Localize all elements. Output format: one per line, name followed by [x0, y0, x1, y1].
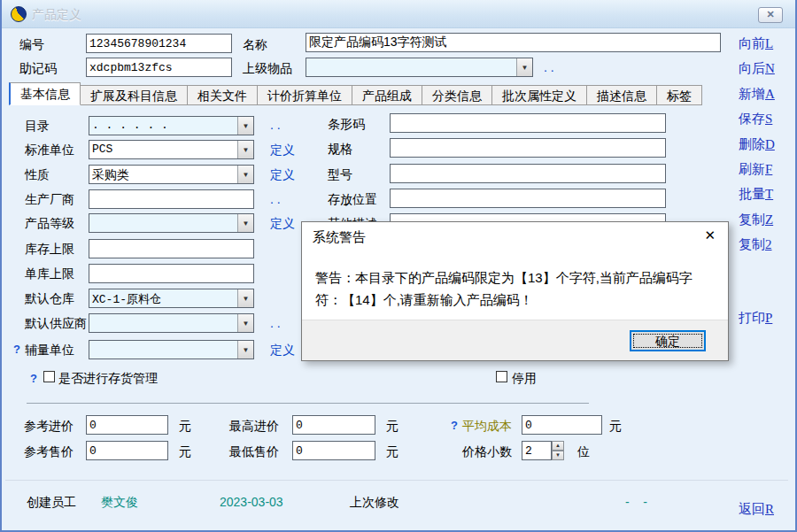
- created-by-value: 樊文俊: [101, 495, 138, 511]
- copy2-button[interactable]: 复制2: [739, 236, 790, 253]
- save-button[interactable]: 保存S: [739, 111, 790, 127]
- tab-related-files[interactable]: 相关文件: [188, 85, 258, 105]
- default-supplier-label: 默认供应商: [25, 316, 87, 332]
- chevron-down-icon[interactable]: ▼: [237, 117, 253, 135]
- manufacturer-input[interactable]: [89, 189, 254, 209]
- avg-cost-label: 平均成本: [462, 419, 512, 435]
- nature-label: 性质: [25, 167, 50, 183]
- batch-button[interactable]: 批量T: [739, 186, 790, 203]
- min-sale-price-input[interactable]: [292, 441, 375, 460]
- mnemonic-input[interactable]: [86, 58, 232, 77]
- code-input[interactable]: [86, 34, 232, 53]
- single-warehouse-limit-input[interactable]: [89, 264, 254, 283]
- chevron-down-icon[interactable]: ▼: [237, 341, 253, 359]
- chevron-down-icon[interactable]: ▼: [516, 58, 532, 76]
- manufacturer-label: 生产厂商: [25, 192, 74, 208]
- delete-button[interactable]: 删除D: [739, 136, 790, 153]
- chevron-down-icon[interactable]: ▼: [237, 214, 253, 232]
- created-by-label: 创建员工: [27, 495, 76, 511]
- dialog-message: 警告：本目录下的产品编码限定为【13】个字符,当前产品编码字符：【14】个,请重…: [315, 266, 716, 311]
- copy-button[interactable]: 复制Z: [739, 212, 790, 228]
- tab-pricing-unit[interactable]: 计价折算单位: [258, 85, 352, 105]
- stock-upper-limit-input[interactable]: [89, 239, 254, 258]
- add-button[interactable]: 新增A: [739, 86, 790, 103]
- aux-unit-define-link[interactable]: 定义: [270, 343, 295, 359]
- stock-upper-limit-label: 库存上限: [25, 242, 74, 258]
- price-decimal-label: 价格小数: [462, 444, 512, 460]
- standard-unit-label: 标准单位: [25, 143, 74, 158]
- chevron-down-icon[interactable]: ▼: [237, 289, 253, 307]
- refresh-button[interactable]: 刷新F: [739, 161, 790, 178]
- product-grade-dropdown[interactable]: ▼: [89, 213, 254, 233]
- nature-define-link[interactable]: 定义: [270, 167, 295, 183]
- catalog-browse-link[interactable]: . .: [270, 118, 281, 132]
- default-supplier-browse-link[interactable]: . .: [270, 316, 281, 330]
- yuan-unit-label: 元: [179, 419, 191, 435]
- price-decimal-input[interactable]: [522, 441, 552, 460]
- name-label: 名称: [243, 37, 267, 53]
- tab-product-composition[interactable]: 产品组成: [352, 85, 422, 105]
- tab-classification[interactable]: 分类信息: [422, 85, 492, 105]
- system-warning-dialog: 系统警告 ✕ 警告：本目录下的产品编码限定为【13】个字符,当前产品编码字符：【…: [301, 221, 729, 361]
- manufacturer-browse-link[interactable]: . .: [270, 192, 281, 206]
- inventory-management-checkbox[interactable]: [43, 371, 55, 382]
- product-grade-label: 产品等级: [25, 216, 74, 232]
- avg-cost-help-icon[interactable]: ?: [451, 419, 458, 432]
- barcode-input[interactable]: [390, 113, 666, 133]
- avg-cost-input[interactable]: [522, 415, 602, 435]
- window-title: 产品定义: [32, 7, 81, 23]
- name-input[interactable]: [306, 33, 721, 52]
- parent-item-dropdown[interactable]: ▼: [306, 58, 533, 77]
- dialog-close-icon[interactable]: ✕: [704, 227, 716, 243]
- price-decimal-stepper[interactable]: ▲ ▼: [552, 441, 564, 460]
- aux-unit-label: 辅量单位: [25, 343, 74, 359]
- ref-sale-price-label: 参考售价: [24, 444, 74, 460]
- tab-label[interactable]: 标签: [657, 85, 702, 105]
- chevron-down-icon[interactable]: ▼: [237, 314, 253, 332]
- standard-unit-dropdown[interactable]: PCS▼: [89, 140, 254, 159]
- previous-button[interactable]: 向前L: [739, 35, 790, 52]
- max-purchase-price-input[interactable]: [292, 415, 375, 435]
- nature-dropdown[interactable]: 采购类▼: [89, 165, 254, 184]
- ok-button[interactable]: 确定: [630, 330, 706, 351]
- product-grade-define-link[interactable]: 定义: [270, 216, 295, 232]
- max-purchase-price-label: 最高进价: [229, 419, 279, 435]
- tab-extended-info[interactable]: 扩展及科目信息: [81, 85, 188, 105]
- disable-checkbox[interactable]: [496, 371, 507, 382]
- storage-location-label: 存放位置: [328, 192, 377, 208]
- ref-sale-price-input[interactable]: [86, 441, 168, 460]
- app-logo-icon: [11, 6, 27, 22]
- tab-description[interactable]: 描述信息: [587, 85, 657, 105]
- model-input[interactable]: [390, 164, 666, 183]
- parent-item-browse-link[interactable]: . .: [544, 60, 554, 74]
- next-button[interactable]: 向后N: [739, 60, 790, 77]
- return-button[interactable]: 返回R: [739, 501, 790, 518]
- aux-unit-help-icon[interactable]: ?: [13, 343, 20, 356]
- default-warehouse-dropdown[interactable]: XC-1-原料仓▼: [89, 289, 254, 308]
- inventory-help-icon[interactable]: ?: [30, 372, 37, 385]
- chevron-down-icon[interactable]: ▼: [237, 141, 253, 158]
- code-label: 编号: [19, 37, 44, 53]
- storage-location-input[interactable]: [390, 189, 666, 208]
- spec-label: 规格: [328, 142, 352, 158]
- last-modified-label: 上次修改: [350, 495, 399, 511]
- ref-purchase-price-input[interactable]: [86, 415, 168, 435]
- aux-unit-dropdown[interactable]: ▼: [89, 340, 254, 359]
- title-bar: 产品定义 ✕: [2, 0, 795, 28]
- close-button[interactable]: ✕: [758, 7, 783, 23]
- standard-unit-define-link[interactable]: 定义: [270, 143, 295, 158]
- spinner-up-icon[interactable]: ▲: [552, 441, 564, 451]
- yuan-unit-label: 元: [179, 444, 191, 460]
- tab-batch-attributes[interactable]: 批次属性定义: [492, 85, 587, 105]
- spinner-down-icon[interactable]: ▼: [552, 451, 564, 460]
- chevron-down-icon[interactable]: ▼: [237, 166, 253, 183]
- catalog-dropdown[interactable]: . . . . . .▼: [89, 116, 254, 135]
- dialog-footer: 确定: [302, 320, 728, 360]
- disable-label: 停用: [512, 371, 537, 387]
- tab-basic-info[interactable]: 基本信息: [9, 82, 81, 105]
- default-supplier-dropdown[interactable]: ▼: [89, 313, 254, 333]
- barcode-label: 条形码: [328, 117, 365, 133]
- product-definition-window: 产品定义 ✕ 编号 名称 助记码 上级物品 ▼ . . 基本信息 扩展及科目信息…: [0, 0, 797, 532]
- spec-input[interactable]: [390, 138, 666, 158]
- print-button[interactable]: 打印P: [739, 310, 790, 327]
